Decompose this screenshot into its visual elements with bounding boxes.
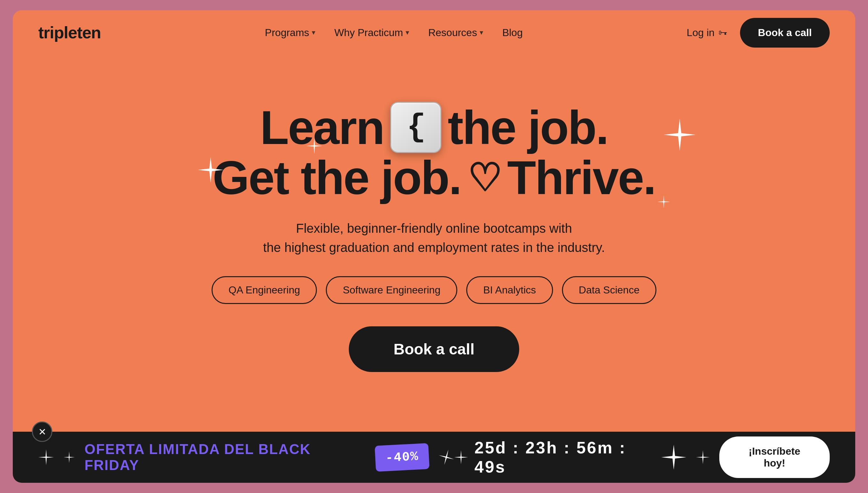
nav-resources[interactable]: Resources ▾: [428, 27, 483, 39]
hero-subtitle: Flexible, beginner-friendly online bootc…: [263, 219, 605, 257]
promo-text: OFERTA LIMITADA DEL BLACK FRIDAY: [85, 441, 366, 473]
close-banner-button[interactable]: ✕: [32, 422, 52, 442]
tag-software-engineering[interactable]: Software Engineering: [326, 276, 457, 304]
why-practicum-arrow-icon: ▾: [406, 28, 409, 37]
discount-badge: -40%: [375, 443, 429, 472]
tag-bi-analytics[interactable]: BI Analytics: [466, 276, 553, 304]
main-window: tripleten Programs ▾ Why Practicum ▾ Res…: [13, 10, 855, 483]
heart-icon: ♡: [467, 158, 501, 198]
programs-arrow-icon: ▾: [312, 28, 315, 37]
nav-actions: Log in 🗝 Book a call: [687, 18, 830, 48]
sparkle-top-right-icon: [664, 119, 696, 151]
keyboard-bracket-icon: {: [390, 102, 441, 153]
banner-sparkle-right-icon: [661, 445, 686, 470]
sparkle-mid-right-icon: [658, 195, 670, 208]
tag-qa-engineering[interactable]: QA Engineering: [212, 276, 317, 304]
banner-sparkle-timer-left-icon: [454, 450, 468, 464]
logo[interactable]: tripleten: [38, 23, 101, 42]
nav-links: Programs ▾ Why Practicum ▾ Resources ▾ B…: [265, 27, 523, 39]
banner-sparkle-left-icon: [38, 449, 54, 465]
countdown-timer: 25d : 23h : 56m : 49s: [474, 438, 661, 476]
banner-promo-left: OFERTA LIMITADA DEL BLACK FRIDAY -40%: [38, 441, 454, 473]
key-icon: 🗝: [718, 27, 727, 38]
tag-data-science[interactable]: Data Science: [562, 276, 656, 304]
hero-section: Learn { the job. Get the job. ♡ Thrive. …: [13, 55, 855, 432]
banner-cta-section: ¡Inscríbete hoy!: [661, 436, 830, 478]
banner-timer-section: 25d : 23h : 56m : 49s: [454, 438, 661, 476]
nav-programs[interactable]: Programs ▾: [265, 27, 315, 39]
resources-arrow-icon: ▾: [480, 28, 483, 37]
navbar: tripleten Programs ▾ Why Practicum ▾ Res…: [13, 10, 855, 55]
nav-blog[interactable]: Blog: [502, 27, 523, 39]
hero-title: Learn { the job. Get the job. ♡ Thrive.: [213, 102, 655, 202]
banner-sparkle-small-right-icon: [696, 450, 710, 464]
login-button[interactable]: Log in 🗝: [687, 27, 727, 39]
hero-tags: QA Engineering Software Engineering BI A…: [212, 276, 656, 304]
banner-sparkle-cursor-icon: [437, 447, 456, 467]
inscribete-button[interactable]: ¡Inscríbete hoy!: [719, 436, 830, 478]
promo-banner: ✕ OFERTA LIMITADA DEL BLACK FRIDAY -40% …: [13, 432, 855, 483]
book-call-hero-button[interactable]: Book a call: [349, 326, 519, 372]
nav-why-practicum[interactable]: Why Practicum ▾: [334, 27, 409, 39]
book-call-nav-button[interactable]: Book a call: [740, 18, 830, 48]
banner-sparkle-small-icon: [64, 451, 75, 463]
